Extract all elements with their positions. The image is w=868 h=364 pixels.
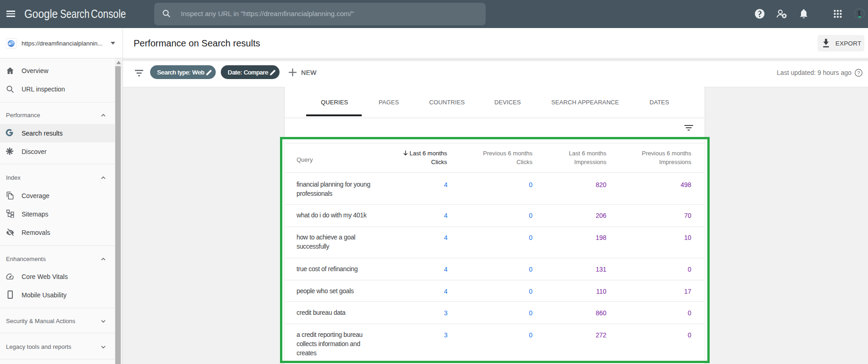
svg-text:?: ? [857, 70, 860, 76]
